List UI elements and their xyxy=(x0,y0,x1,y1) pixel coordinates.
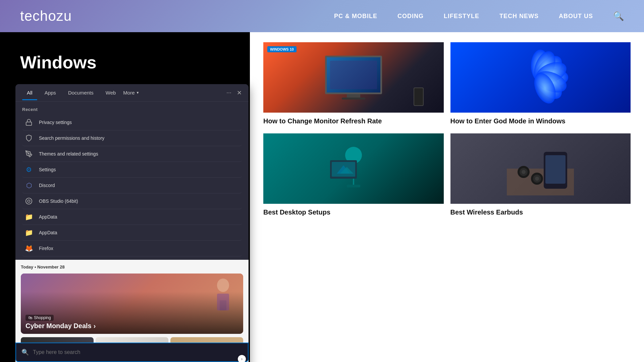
article-card-earbuds[interactable]: Best Wireless Earbuds xyxy=(450,133,631,218)
date-prefix: Today • xyxy=(21,264,37,269)
article-title-monitor: How to Change Monitor Refresh Rate xyxy=(263,117,444,125)
privacy-settings-label: Privacy settings xyxy=(39,120,72,125)
news-date: Today • November 28 xyxy=(21,264,243,269)
recent-section: Recent Privacy settings xyxy=(15,102,249,260)
nav-lifestyle[interactable]: LIFESTYLE xyxy=(444,13,479,20)
main-news-card[interactable]: 🛍 Shopping Cyber Monday Deals › xyxy=(21,274,243,334)
article-text-win11: How to Enter God Mode in Windows xyxy=(450,113,631,127)
svg-rect-25 xyxy=(347,185,360,187)
date-value: November 28 xyxy=(37,264,65,269)
tab-all[interactable]: All xyxy=(22,88,37,98)
nav-links: PC & MOBILE CODING LIFESTYLE TECH NEWS A… xyxy=(334,11,624,21)
folder-icon-1: 📁 xyxy=(24,212,34,222)
svg-rect-32 xyxy=(545,155,566,184)
tab-more-label: More xyxy=(123,90,135,96)
article-text-earbuds: Best Wireless Earbuds xyxy=(450,204,631,218)
nav-pc-mobile[interactable]: PC & MOBILE xyxy=(334,13,377,20)
nav-coding[interactable]: CODING xyxy=(397,13,424,20)
search-actions: ··· ✕ xyxy=(226,89,242,97)
news-title-text: Cyber Monday Deals xyxy=(25,322,92,330)
svg-rect-0 xyxy=(26,122,32,125)
svg-point-1 xyxy=(28,153,29,154)
svg-point-2 xyxy=(26,198,32,204)
search-permissions-label: Search permissions and history xyxy=(39,135,104,141)
more-options-icon[interactable]: ··· xyxy=(226,89,231,96)
shield-icon xyxy=(24,133,34,143)
search-tabs-bar: All Apps Documents Web More ▼ ··· ✕ xyxy=(15,84,249,102)
tab-documents[interactable]: Documents xyxy=(63,88,98,98)
search-box-icon: 🔍 xyxy=(21,349,29,356)
recent-item-firefox[interactable]: 🦊 Firefox xyxy=(22,241,242,256)
nav-tech-news[interactable]: TECH NEWS xyxy=(499,13,539,20)
firefox-label: Firefox xyxy=(39,246,53,251)
record-icon xyxy=(24,196,34,206)
recent-item-discord[interactable]: ⬡ Discord xyxy=(22,178,242,193)
firefox-icon: 🦊 xyxy=(24,244,34,253)
top-nav: techozu PC & MOBILE CODING LIFESTYLE TEC… xyxy=(0,0,644,32)
right-content: WINDOWS 10 How to Change Monitor Refresh… xyxy=(250,32,644,362)
recent-item-search-perms[interactable]: Search permissions and history xyxy=(22,130,242,146)
article-img-wrapper-monitor: WINDOWS 10 How to Change Monitor Refresh… xyxy=(263,42,444,127)
tab-web[interactable]: Web xyxy=(101,88,121,98)
recent-item-obs[interactable]: OBS Studio (64bit) xyxy=(22,193,242,209)
left-panel: Windows All Apps Documents Web More ▼ ··… xyxy=(0,32,250,362)
themes-settings-label: Themes and related settings xyxy=(39,151,98,157)
article-card-monitor[interactable]: WINDOWS 10 How to Change Monitor Refresh… xyxy=(263,42,444,127)
nav-about-us[interactable]: ABOUT US xyxy=(559,13,593,20)
recent-label: Recent xyxy=(22,107,242,112)
article-img-wrapper-desktop: Best Desktop Setups xyxy=(263,133,444,218)
chevron-right-icon: › xyxy=(94,322,96,330)
category-label: Shopping xyxy=(34,315,51,320)
svg-point-35 xyxy=(522,170,526,174)
article-image-desktop xyxy=(263,133,444,204)
svg-rect-6 xyxy=(220,300,226,310)
lock-icon xyxy=(24,118,34,127)
recent-item-appdata2[interactable]: 📁 AppData xyxy=(22,225,242,241)
article-image-monitor: WINDOWS 10 xyxy=(263,42,444,113)
tab-more[interactable]: More ▼ xyxy=(123,90,139,96)
recent-item-privacy[interactable]: Privacy settings xyxy=(22,115,242,130)
svg-point-38 xyxy=(535,177,539,181)
main-area: Windows All Apps Documents Web More ▼ ··… xyxy=(0,32,644,362)
article-card-desktop[interactable]: Best Desktop Setups xyxy=(263,133,444,218)
search-input[interactable] xyxy=(33,349,243,355)
discord-label: Discord xyxy=(39,183,55,188)
article-image-earbuds xyxy=(450,133,631,204)
article-title-earbuds: Best Wireless Earbuds xyxy=(450,208,631,217)
monitor-visual xyxy=(263,42,444,113)
folder-icon-2: 📁 xyxy=(24,228,34,237)
windows10-badge: WINDOWS 10 xyxy=(267,46,297,52)
svg-point-3 xyxy=(28,200,30,202)
search-dialog: All Apps Documents Web More ▼ ··· ✕ Rece… xyxy=(15,84,249,362)
paint-icon xyxy=(24,149,34,159)
tab-apps[interactable]: Apps xyxy=(40,88,61,98)
appdata-label-1: AppData xyxy=(39,214,57,220)
article-title-win11: How to Enter God Mode in Windows xyxy=(450,117,631,125)
article-text-desktop: Best Desktop Setups xyxy=(263,204,444,218)
search-icon[interactable]: 🔍 xyxy=(613,11,624,21)
article-img-wrapper-earbuds: Best Wireless Earbuds xyxy=(450,133,631,218)
chevron-down-icon: ▼ xyxy=(136,91,140,95)
news-overlay: 🛍 Shopping Cyber Monday Deals › xyxy=(25,314,96,330)
shopping-icon: 🛍 xyxy=(28,315,32,320)
recent-item-themes[interactable]: Themes and related settings xyxy=(22,146,242,162)
news-category: 🛍 Shopping xyxy=(25,315,54,321)
discord-icon: ⬡ xyxy=(24,181,34,190)
article-text-monitor: How to Change Monitor Refresh Rate xyxy=(263,113,444,127)
recent-item-settings[interactable]: ⚙ Settings xyxy=(22,162,242,178)
recent-item-appdata1[interactable]: 📁 AppData xyxy=(22,209,242,225)
close-icon[interactable]: ✕ xyxy=(237,89,242,97)
svg-point-4 xyxy=(217,279,229,292)
next-arrow-button[interactable]: › xyxy=(238,355,246,362)
article-img-wrapper-win11: How to Enter God Mode in Windows xyxy=(450,42,631,127)
article-title-desktop: Best Desktop Setups xyxy=(263,208,444,217)
article-image-win11 xyxy=(450,42,631,113)
site-logo[interactable]: techozu xyxy=(20,8,72,24)
taskbar-search-box: 🔍 xyxy=(15,343,249,362)
obs-label: OBS Studio (64bit) xyxy=(39,198,78,204)
article-card-win11[interactable]: How to Enter God Mode in Windows xyxy=(450,42,631,127)
main-news-title: Cyber Monday Deals › xyxy=(25,322,96,330)
gear-icon: ⚙ xyxy=(24,165,34,174)
tab-group: All Apps Documents Web More ▼ xyxy=(22,88,139,98)
settings-label: Settings xyxy=(39,167,56,172)
